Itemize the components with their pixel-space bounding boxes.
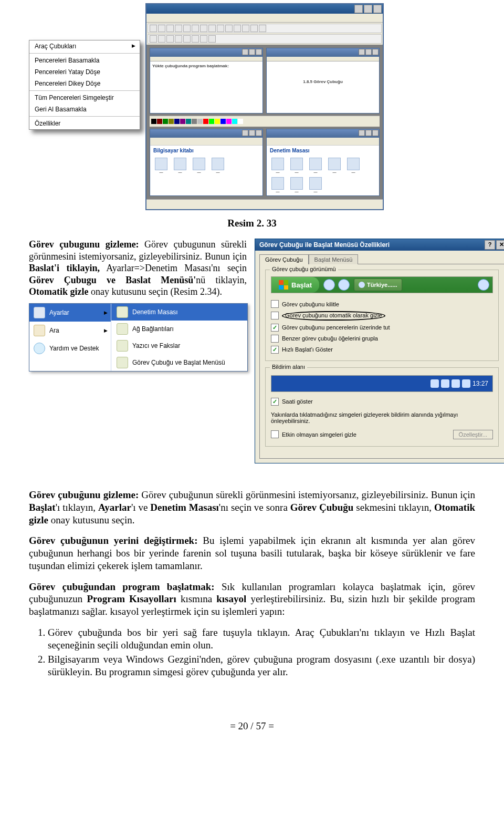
file-icon[interactable]: — <box>153 158 169 174</box>
checkbox-icon[interactable] <box>271 430 279 438</box>
start-item-search[interactable]: Ara <box>29 322 111 339</box>
taskbar-tab-label: Türkiye...... <box>367 282 397 288</box>
option-show-quicklaunch[interactable]: Hızlı Başlat'ı Göster <box>271 344 493 355</box>
figure-caption: Resim 2. 33 <box>29 218 475 229</box>
option-label: Görev çubuğunu pencerelerin üzerinde tut <box>282 324 390 331</box>
ie-icon <box>359 282 365 288</box>
fieldset-legend: Görev çubuğu görünümü <box>270 266 338 272</box>
tab-start-menu[interactable]: Başlat Menüsü <box>309 254 359 264</box>
ctx-item-cascade[interactable]: Pencereleri Basamakla <box>29 55 140 66</box>
body-para-move: Görev çubuğunun yerini değiştirmek: Bu i… <box>29 534 475 572</box>
folder-window-left: Bilgisayar kitabı — — — — <box>150 129 263 196</box>
folder-window-right: Denetim Masası — — — — — — — — <box>266 129 380 196</box>
taskbar-preview: Başlat Türkiye...... <box>271 276 493 293</box>
mdi-statusbar <box>146 199 383 209</box>
mdi-toolbars <box>146 23 383 45</box>
option-show-clock[interactable]: Saati göster <box>271 396 493 407</box>
step-item: Bilgisayarım veya Windows Gezgini'nden, … <box>48 653 475 678</box>
option-auto-hide[interactable]: Görev çubuğunu otomatik olarak gizle <box>271 310 493 322</box>
close-icon[interactable] <box>373 5 382 13</box>
submenu-taskbar[interactable]: Görev Çubuğu ve Başlat Menüsü <box>111 354 247 371</box>
option-label: Benzer görev çubuğu öğelerini grupla <box>282 335 378 342</box>
cp-icon[interactable]: — <box>289 177 304 193</box>
notification-description: Yakınlarda tıklatmadığınız simgeleri giz… <box>271 411 493 424</box>
submenu-printers[interactable]: Yazıcı ve Fakslar <box>111 337 247 354</box>
tab-taskbar[interactable]: Görev Çubuğu <box>259 254 309 264</box>
cp-icon[interactable]: — <box>308 158 323 174</box>
color-palette <box>150 116 380 127</box>
context-menu: Araç Çubukları Pencereleri Basamakla Pen… <box>29 40 140 130</box>
checkbox-icon[interactable] <box>271 346 279 354</box>
lead-paragraph: Görev çubugunu gizleme: Görev çubugunun … <box>29 239 247 298</box>
start-item-label: Ara <box>49 327 59 334</box>
doc-window-left: Yükte çubuğunda program başlatmak: <box>150 48 263 114</box>
checkbox-icon[interactable] <box>271 312 279 319</box>
mdi-menubar <box>146 14 383 23</box>
file-icon[interactable]: — <box>191 158 207 174</box>
help-icon <box>34 343 45 354</box>
mdi-titlebar <box>146 4 383 14</box>
submenu-label: Ağ Bağlantıları <box>132 325 174 333</box>
option-keep-on-top[interactable]: Görev çubuğunu pencerelerin üzerinde tut <box>271 322 493 333</box>
checkbox-icon[interactable] <box>271 335 279 343</box>
dialog-titlebar: Görev Çubuğu ile Başlat Menüsü Özellikle… <box>255 239 504 251</box>
ctx-separator <box>29 90 140 91</box>
cp-icon[interactable]: — <box>345 158 361 174</box>
cp-icon[interactable]: — <box>308 177 323 193</box>
option-label: Hızlı Başlat'ı Göster <box>282 346 333 353</box>
folder-left-title: Bilgisayar kitabı <box>150 146 262 156</box>
body-para-launch: Görev çubuğundan program başlatmak: Sık … <box>29 581 475 618</box>
cp-icon[interactable]: — <box>270 177 286 193</box>
ie-icon[interactable] <box>323 279 335 291</box>
fieldset-appearance: Görev çubuğu görünümü Başlat <box>265 270 499 361</box>
file-icon[interactable]: — <box>172 158 188 174</box>
ctx-item-properties[interactable]: Özellikler <box>29 118 140 129</box>
ctx-separator <box>29 116 140 117</box>
maximize-icon[interactable] <box>364 5 372 13</box>
doc-right-heading: 1.8.5 Görev Çubuğu <box>269 79 377 84</box>
submenu-network[interactable]: Ağ Bağlantıları <box>111 321 247 337</box>
checkbox-icon[interactable] <box>271 398 279 406</box>
start-button[interactable]: Başlat <box>271 277 319 293</box>
start-label: Başlat <box>291 281 312 289</box>
ctx-item-minimize-all[interactable]: Tüm Pencereleri Simgeleştir <box>29 92 140 104</box>
help-icon[interactable]: ? <box>485 240 495 250</box>
option-lock-taskbar[interactable]: Görev çubuğunu kilitle <box>271 298 493 310</box>
tray-icon <box>462 379 470 388</box>
minimize-icon[interactable] <box>354 5 363 13</box>
customize-button[interactable]: Özelleştir... <box>453 430 493 439</box>
search-icon <box>34 325 45 336</box>
ie-icon[interactable] <box>478 279 489 291</box>
close-icon[interactable]: ✕ <box>496 240 504 250</box>
ctx-item-undo-cascade[interactable]: Geri Al Basamakla <box>29 104 140 115</box>
file-icon[interactable]: — <box>210 158 226 174</box>
option-hide-inactive[interactable]: Etkin olmayan simgeleri gizle Özelleştir… <box>271 428 493 441</box>
tray-icon <box>452 379 460 388</box>
doc-window-right: 1.8.5 Görev Çubuğu <box>266 48 380 114</box>
cp-icon[interactable]: — <box>270 158 286 174</box>
submenu-control-panel[interactable]: Denetim Masası <box>111 304 247 321</box>
option-group-similar[interactable]: Benzer görev çubuğu öğelerini grupla <box>271 333 493 344</box>
fieldset-legend: Bildirim alanı <box>270 364 307 370</box>
windows-logo-icon <box>279 280 288 290</box>
cp-icon[interactable]: — <box>289 158 304 174</box>
option-label-circled: Görev çubuğunu otomatik olarak gizle <box>282 311 385 321</box>
fieldset-notification: Bildirim alanı 13:27 Saati göster <box>265 367 499 447</box>
start-item-help[interactable]: Yardım ve Destek <box>29 339 111 357</box>
control-panel-icon <box>117 306 128 318</box>
ctx-item-tile-v[interactable]: Pencereleri Dikey Döşe <box>29 78 140 89</box>
ctx-item-tile-h[interactable]: Pencereleri Yatay Döşe <box>29 66 140 78</box>
network-icon <box>117 323 128 335</box>
ctx-item-toolbars[interactable]: Araç Çubukları <box>29 40 140 52</box>
cp-icon[interactable]: — <box>327 158 342 174</box>
printer-icon <box>117 340 128 352</box>
start-item-settings[interactable]: Ayarlar <box>29 304 111 322</box>
tray-icon <box>430 379 439 388</box>
taskbar-properties-dialog: Görev Çubuğu ile Başlat Menüsü Özellikle… <box>255 239 504 463</box>
ie-icon[interactable] <box>338 279 350 291</box>
notification-preview: 13:27 <box>271 375 493 392</box>
option-label: Etkin olmayan simgeleri gizle <box>282 431 356 438</box>
checkbox-icon[interactable] <box>271 300 279 308</box>
taskbar-tab[interactable]: Türkiye...... <box>354 278 402 291</box>
checkbox-icon[interactable] <box>271 324 279 332</box>
